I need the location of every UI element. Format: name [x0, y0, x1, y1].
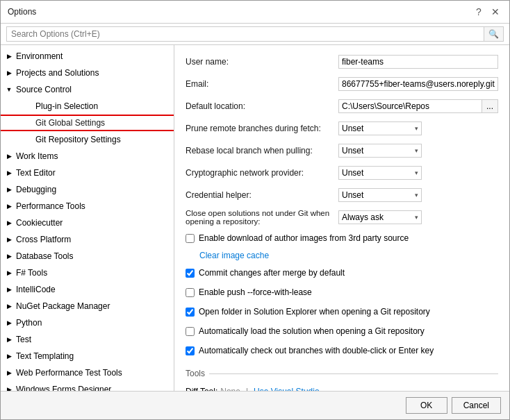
- cancel-button[interactable]: Cancel: [452, 397, 501, 414]
- sidebar-item-cookiecutter[interactable]: Cookiecutter: [1, 215, 174, 231]
- sidebar-item-git-repo-settings[interactable]: Git Repository Settings: [1, 131, 174, 148]
- expand-text-templating-icon: [3, 351, 15, 362]
- sidebar-item-intellicode[interactable]: IntelliCode: [1, 281, 174, 298]
- auto-checkout-row: Automatically check out branches with do…: [186, 344, 498, 358]
- help-button[interactable]: ?: [472, 5, 486, 19]
- prune-row: Prune remote branches during fetch: Unse…: [186, 120, 498, 137]
- sidebar-item-test[interactable]: Test: [1, 331, 174, 348]
- clear-cache-row: Clear image cache: [186, 251, 498, 260]
- environment-label: Environment: [15, 51, 171, 61]
- plugin-selection-label: Plug-in Selection: [34, 101, 171, 111]
- enable-push-checkbox[interactable]: [186, 288, 195, 297]
- username-input[interactable]: [338, 55, 498, 69]
- debugging-label: Debugging: [15, 185, 171, 194]
- rebase-label: Rebase local branch when pulling:: [186, 146, 338, 156]
- crypto-dropdown[interactable]: Unset ▾: [338, 166, 422, 180]
- prune-dropdown[interactable]: Unset ▾: [338, 121, 422, 135]
- enable-push-label: Enable push --force-with-lease: [199, 287, 312, 297]
- git-global-settings-label: Git Global Settings: [34, 118, 171, 128]
- sidebar-item-web-performance[interactable]: Web Performance Test Tools: [1, 364, 174, 381]
- right-panel: User name: Email: Default location: ... …: [174, 45, 509, 391]
- expand-intellicode-icon: [3, 284, 15, 295]
- expand-cookiecutter-icon: [3, 217, 15, 228]
- open-folder-checkbox[interactable]: [186, 308, 195, 317]
- sidebar-item-text-editor[interactable]: Text Editor: [1, 165, 174, 181]
- sidebar-item-git-global-settings[interactable]: Git Global Settings: [1, 115, 174, 131]
- username-row: User name:: [186, 53, 498, 70]
- credential-row: Credential helper: Unset ▾: [186, 187, 498, 203]
- tools-section-title: Tools: [186, 369, 498, 378]
- sidebar: Environment Projects and Solutions Sourc…: [1, 45, 174, 391]
- rebase-dropdown[interactable]: Unset ▾: [338, 144, 422, 158]
- cross-platform-label: Cross Platform: [15, 235, 171, 244]
- leaf-icon-repo: [23, 134, 34, 145]
- auto-load-row: Automatically load the solution when ope…: [186, 324, 498, 338]
- sidebar-item-python[interactable]: Python: [1, 314, 174, 331]
- crypto-row: Cryptographic network provider: Unset ▾: [186, 165, 498, 181]
- cookiecutter-label: Cookiecutter: [15, 218, 171, 228]
- sidebar-item-projects-solutions[interactable]: Projects and Solutions: [1, 65, 174, 81]
- projects-solutions-label: Projects and Solutions: [15, 68, 171, 78]
- sidebar-item-debugging[interactable]: Debugging: [1, 181, 174, 198]
- close-open-dropdown-arrow: ▾: [415, 214, 418, 221]
- expand-source-control-icon: [3, 84, 15, 95]
- enable-push-row: Enable push --force-with-lease: [186, 285, 498, 299]
- expand-test-icon: [3, 334, 15, 345]
- fsharp-tools-label: F# Tools: [15, 268, 171, 278]
- sidebar-item-environment[interactable]: Environment: [1, 48, 174, 65]
- search-input[interactable]: [6, 26, 484, 42]
- browse-button[interactable]: ...: [482, 99, 498, 113]
- close-open-value: Always ask: [342, 212, 384, 222]
- sidebar-item-windows-forms[interactable]: Windows Forms Designer: [1, 381, 174, 391]
- database-tools-label: Database Tools: [15, 251, 171, 261]
- close-open-dropdown[interactable]: Always ask ▾: [338, 210, 422, 224]
- title-bar: Options ? ✕: [1, 1, 509, 24]
- email-input[interactable]: [338, 77, 498, 91]
- ok-button[interactable]: OK: [406, 397, 447, 414]
- default-location-label: Default location:: [186, 101, 338, 111]
- commit-changes-checkbox[interactable]: [186, 269, 195, 278]
- sidebar-item-database-tools[interactable]: Database Tools: [1, 248, 174, 264]
- test-label: Test: [15, 335, 171, 344]
- auto-load-checkbox[interactable]: [186, 327, 195, 336]
- close-button[interactable]: ✕: [488, 5, 502, 19]
- leaf-icon: [23, 101, 34, 112]
- crypto-value: Unset: [342, 168, 363, 178]
- credential-value: Unset: [342, 190, 363, 200]
- sidebar-item-source-control[interactable]: Source Control: [1, 81, 174, 98]
- work-items-label: Work Items: [15, 151, 171, 161]
- email-row: Email:: [186, 76, 498, 92]
- enable-download-label: Enable download of author images from 3r…: [199, 233, 409, 243]
- sidebar-item-work-items[interactable]: Work Items: [1, 148, 174, 165]
- clear-image-cache-link[interactable]: Clear image cache: [199, 251, 269, 260]
- sidebar-item-cross-platform[interactable]: Cross Platform: [1, 231, 174, 248]
- sidebar-item-fsharp-tools[interactable]: F# Tools: [1, 264, 174, 281]
- sidebar-item-text-templating[interactable]: Text Templating: [1, 348, 174, 364]
- expand-fsharp-icon: [3, 267, 15, 278]
- rebase-value: Unset: [342, 146, 363, 156]
- text-editor-label: Text Editor: [15, 168, 171, 178]
- close-open-row: Close open solutions not under Git when …: [186, 209, 498, 226]
- auto-checkout-checkbox[interactable]: [186, 346, 195, 355]
- windows-forms-label: Windows Forms Designer: [15, 385, 171, 391]
- dialog-title: Options: [8, 7, 36, 17]
- open-folder-row: Open folder in Solution Explorer when op…: [186, 305, 498, 319]
- web-performance-label: Web Performance Test Tools: [15, 368, 171, 378]
- sidebar-item-nuget[interactable]: NuGet Package Manager: [1, 298, 174, 314]
- python-label: Python: [15, 318, 171, 328]
- search-button[interactable]: 🔍: [484, 26, 504, 42]
- prune-value: Unset: [342, 124, 363, 133]
- prune-label: Prune remote branches during fetch:: [186, 124, 338, 133]
- default-location-field: ...: [338, 99, 498, 113]
- default-location-row: Default location: ...: [186, 98, 498, 115]
- default-location-input[interactable]: [338, 99, 482, 113]
- credential-dropdown-arrow: ▾: [415, 192, 418, 199]
- prune-dropdown-arrow: ▾: [415, 125, 418, 132]
- git-repo-settings-label: Git Repository Settings: [34, 135, 171, 144]
- sidebar-item-plugin-selection[interactable]: Plug-in Selection: [1, 98, 174, 115]
- crypto-label: Cryptographic network provider:: [186, 168, 338, 178]
- credential-dropdown[interactable]: Unset ▾: [338, 188, 422, 202]
- enable-download-checkbox[interactable]: [186, 234, 195, 243]
- sidebar-item-performance-tools[interactable]: Performance Tools: [1, 198, 174, 215]
- text-templating-label: Text Templating: [15, 351, 171, 361]
